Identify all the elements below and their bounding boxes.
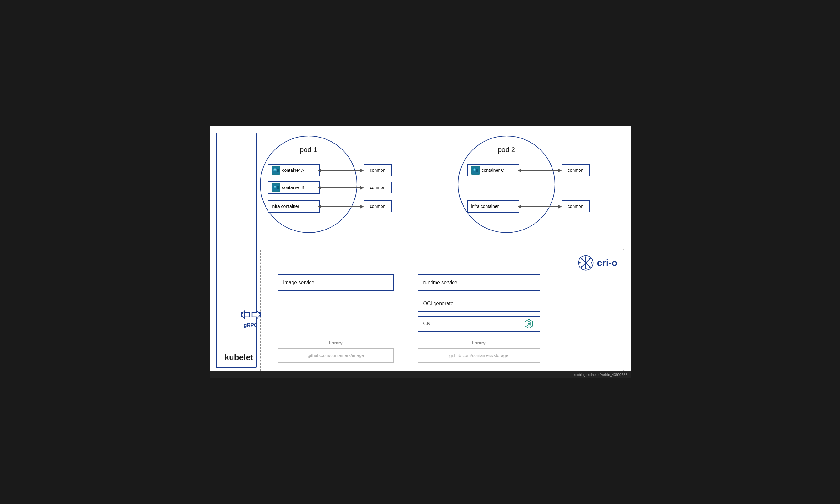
container-b-label: container B bbox=[282, 185, 304, 190]
pod2-label: pod 2 bbox=[498, 146, 515, 154]
crio-label: cri-o bbox=[597, 257, 617, 268]
cni-box: CNI bbox=[418, 316, 540, 331]
kubelet-box: kubelet bbox=[216, 132, 257, 368]
container-a-box: container A bbox=[268, 164, 320, 177]
container-c-box: container C bbox=[467, 164, 519, 177]
svg-point-31 bbox=[581, 266, 583, 268]
cni-label: CNI bbox=[423, 321, 432, 327]
image-service-label: image service bbox=[283, 280, 315, 285]
svg-rect-4 bbox=[277, 169, 279, 172]
container-b-icon bbox=[272, 183, 280, 192]
kubelet-label: kubelet bbox=[225, 353, 253, 362]
conmon-p1b: conmon bbox=[364, 181, 392, 194]
runtime-service-label: runtime service bbox=[423, 280, 457, 285]
svg-point-7 bbox=[274, 186, 276, 187]
svg-point-25 bbox=[585, 268, 587, 269]
bottom-url: https://blog.csdn.net/weixin_43902588 bbox=[568, 373, 627, 377]
svg-point-26 bbox=[579, 262, 581, 264]
svg-point-27 bbox=[591, 262, 592, 264]
svg-point-24 bbox=[585, 256, 587, 258]
cni-icon bbox=[523, 318, 535, 329]
lib2-url: github.com/containers/storage bbox=[449, 353, 508, 358]
container-a-icon bbox=[272, 166, 280, 175]
conmon-p2c: conmon bbox=[562, 164, 590, 176]
crio-box: cri-o image service runtime service OCI … bbox=[260, 249, 625, 371]
pod2-circle: pod 2 bbox=[458, 136, 555, 233]
svg-point-3 bbox=[274, 169, 276, 170]
svg-point-36 bbox=[528, 323, 530, 325]
oci-generate-box: OCI generate bbox=[418, 296, 540, 311]
infra2-label: infra container bbox=[471, 204, 499, 209]
infra1-label: infra container bbox=[272, 204, 299, 209]
container-a-label: container A bbox=[282, 168, 304, 173]
conmon-p1infra: conmon bbox=[364, 200, 392, 212]
oci-generate-label: OCI generate bbox=[423, 301, 453, 306]
pod1-label: pod 1 bbox=[300, 146, 317, 154]
conmon-p2infra: conmon bbox=[562, 200, 590, 212]
conmon-p1a: conmon bbox=[364, 164, 392, 176]
lib2-label: library bbox=[418, 340, 540, 345]
svg-rect-8 bbox=[277, 186, 279, 189]
svg-point-29 bbox=[589, 266, 591, 268]
svg-point-30 bbox=[589, 258, 591, 259]
svg-marker-39 bbox=[241, 310, 244, 319]
container-c-icon bbox=[471, 166, 480, 175]
crio-logo: cri-o bbox=[578, 255, 617, 271]
container-c-label: container C bbox=[482, 168, 504, 173]
bottom-bar: https://blog.csdn.net/weixin_43902588 bbox=[210, 371, 631, 378]
lib2-url-box: github.com/containers/storage bbox=[418, 348, 540, 363]
grpc-container: gRPC bbox=[240, 307, 262, 329]
svg-point-11 bbox=[474, 169, 475, 170]
image-service-box: image service bbox=[278, 274, 394, 291]
svg-point-28 bbox=[581, 258, 583, 259]
container-b-box: container B bbox=[268, 181, 320, 194]
svg-marker-40 bbox=[257, 310, 260, 319]
svg-rect-12 bbox=[476, 169, 478, 172]
grpc-arrow-icon bbox=[240, 307, 262, 323]
runtime-service-box: runtime service bbox=[418, 274, 540, 291]
grpc-label: gRPC bbox=[244, 323, 258, 328]
diagram-wrapper: kubelet pod 1 pod 2 container A bbox=[210, 126, 631, 378]
lib1-url-box: github.com/containers/image bbox=[278, 348, 394, 363]
lib1-label: library bbox=[278, 340, 394, 345]
crio-snowflake-icon bbox=[578, 255, 594, 271]
infra1-box: infra container bbox=[268, 200, 320, 213]
infra2-box: infra container bbox=[467, 200, 519, 213]
lib1-url: github.com/containers/image bbox=[308, 353, 364, 358]
svg-point-32 bbox=[584, 261, 587, 264]
